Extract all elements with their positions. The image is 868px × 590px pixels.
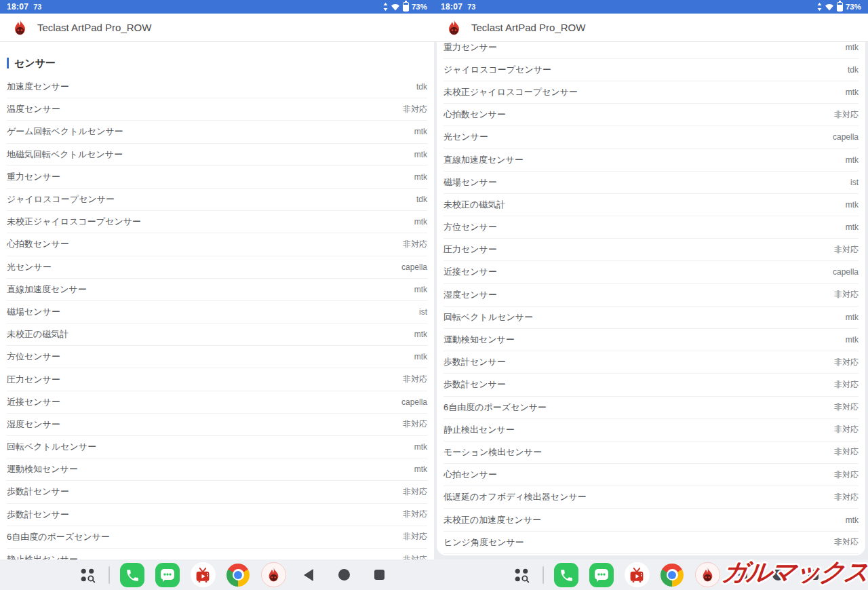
sensor-list-left[interactable]: センサー 加速度センサー tdk 温度センサー 非対応 ゲーム回転ベクトルセンサ… — [0, 42, 434, 559]
sensor-row: 湿度センサー 非対応 — [7, 414, 427, 436]
sensor-row: 6自由度のポーズセンサー 非対応 — [7, 526, 427, 549]
sensor-vendor: 非対応 — [403, 239, 427, 250]
back-button[interactable] — [296, 562, 321, 588]
sensor-row: 歩数計センサー 非対応 — [443, 351, 859, 374]
sensor-row: 地磁気回転ベクトルセンサー mtk — [7, 144, 427, 166]
sensor-vendor: 非対応 — [403, 554, 427, 559]
sensor-vendor: mtk — [414, 172, 427, 182]
sensor-vendor: 非対応 — [834, 109, 859, 121]
sensor-row: 未校正ジャイロスコープセンサー mtk — [443, 81, 859, 104]
phone-icon — [558, 567, 574, 583]
sensor-row: 圧力センサー 非対応 — [7, 368, 427, 391]
sensor-vendor: 非対応 — [834, 492, 859, 503]
sensor-name: 圧力センサー — [443, 243, 497, 256]
dock-divider — [542, 566, 544, 584]
sensor-vendor: tdk — [416, 195, 427, 204]
home-button[interactable] — [331, 562, 357, 588]
sensor-row: 方位センサー mtk — [7, 346, 427, 368]
apps-search-button[interactable] — [510, 562, 533, 588]
sensor-vendor: mtk — [414, 465, 427, 474]
phone-app-button[interactable] — [119, 562, 145, 588]
device-title: Teclast ArtPad Pro_ROW — [37, 22, 151, 33]
sensor-vendor: ist — [419, 307, 427, 317]
sensor-vendor: 非対応 — [834, 446, 859, 458]
sensor-vendor: 非対応 — [403, 418, 427, 430]
sensor-row: ヒンジ角度センサー 非対応 — [443, 532, 859, 554]
sensor-vendor: 非対応 — [834, 401, 859, 413]
sensor-vendor: mtk — [414, 330, 427, 339]
sensor-row: 回転ベクトルセンサー mtk — [443, 307, 859, 329]
sensor-name: 光センサー — [7, 261, 52, 273]
status-bar: 18:07 73 73% — [0, 0, 434, 14]
sensor-name: ゲーム回転ベクトルセンサー — [7, 125, 123, 138]
sensor-list-right[interactable]: 重力センサー mtk ジャイロスコープセンサー tdk 未校正ジャイロスコープセ… — [434, 42, 868, 559]
sensor-row: 直線加速度センサー mtk — [443, 149, 859, 171]
tv-icon — [194, 567, 212, 583]
sensor-row: 磁場センサー ist — [7, 301, 427, 323]
sensor-vendor: 非対応 — [403, 531, 427, 543]
sensor-vendor: 非対応 — [834, 379, 859, 391]
antutu-flame-icon — [445, 18, 463, 37]
sensor-name: ジャイロスコープセンサー — [7, 193, 115, 205]
screenshot-left: 18:07 73 73% Teclast ArtPad Pro_ROW センサー… — [0, 0, 434, 590]
apps-search-button[interactable] — [76, 562, 99, 588]
sensor-row: 方位センサー mtk — [443, 216, 859, 239]
status-bar: 18:07 73 73% — [434, 0, 868, 14]
sensor-name: 直線加速度センサー — [7, 283, 87, 296]
phone-app-button[interactable] — [553, 562, 579, 588]
sensor-row: ゲーム回転ベクトルセンサー mtk — [7, 121, 427, 143]
chrome-app-button[interactable] — [225, 562, 251, 588]
messages-app-button[interactable] — [589, 562, 614, 588]
sensor-name: 重力センサー — [7, 171, 60, 183]
sensor-name: 地磁気回転ベクトルセンサー — [7, 149, 123, 161]
tv-app-button[interactable] — [190, 562, 216, 588]
sensor-vendor: mtk — [414, 442, 427, 452]
sensor-vendor: 非対応 — [834, 424, 859, 435]
sensor-row: 心拍数センサー 非対応 — [7, 233, 427, 256]
sensor-name: 未校正の磁気計 — [443, 199, 505, 211]
sensor-vendor: mtk — [414, 217, 427, 227]
sensor-name: 心拍数センサー — [443, 109, 506, 121]
sensor-row: 光センサー capella — [443, 126, 859, 149]
recents-button[interactable] — [366, 562, 392, 588]
sensor-row: 未校正の磁気計 mtk — [443, 194, 859, 216]
sensor-name: 運動検知センサー — [443, 334, 515, 346]
chrome-app-button[interactable] — [659, 562, 685, 588]
sensor-name: 方位センサー — [443, 221, 497, 233]
dock-left — [76, 562, 392, 588]
sensor-row: 未校正ジャイロスコープセンサー mtk — [7, 211, 427, 233]
sensor-name: 歩数計センサー — [7, 486, 69, 498]
taskbar: ガルマックス — [0, 559, 868, 590]
sensor-row: 重力センサー mtk — [443, 42, 859, 59]
sensor-name: 静止検出センサー — [7, 553, 78, 559]
sensor-vendor: mtk — [846, 313, 859, 322]
sensor-vendor: tdk — [848, 65, 859, 75]
garumax-watermark: ガルマックス — [720, 555, 868, 589]
sensor-row: 加速度センサー tdk — [7, 76, 427, 98]
sensor-rows: 重力センサー mtk ジャイロスコープセンサー tdk 未校正ジャイロスコープセ… — [443, 42, 859, 554]
clock: 18:07 — [441, 2, 462, 12]
sensor-row: 静止検出センサー 非対応 — [443, 419, 859, 441]
sensor-vendor: mtk — [414, 150, 427, 159]
antutu-app-button[interactable] — [694, 562, 720, 588]
notification-count: 73 — [33, 3, 41, 11]
clock: 18:07 — [7, 2, 28, 12]
battery-icon — [837, 2, 843, 12]
antutu-flame-icon — [11, 18, 29, 37]
sensor-vendor: mtk — [846, 335, 859, 345]
sensor-vendor: 非対応 — [834, 357, 859, 368]
sensor-row: 6自由度のポーズセンサー 非対応 — [443, 397, 859, 419]
sensor-name: 心拍センサー — [443, 469, 497, 481]
tv-app-button[interactable] — [624, 562, 650, 588]
antutu-app-button[interactable] — [260, 562, 286, 588]
dock-divider — [108, 566, 110, 584]
home-icon — [338, 569, 350, 581]
antutu-icon — [699, 567, 716, 583]
messages-app-button[interactable] — [155, 562, 180, 588]
sensor-row: 運動検知センサー mtk — [443, 329, 859, 351]
sensor-vendor: 非対応 — [834, 289, 859, 300]
sensor-name: 運動検知センサー — [7, 463, 78, 475]
recents-icon — [374, 570, 384, 580]
sensor-vendor: mtk — [846, 87, 859, 97]
sensor-row: 心拍数センサー 非対応 — [443, 104, 859, 126]
